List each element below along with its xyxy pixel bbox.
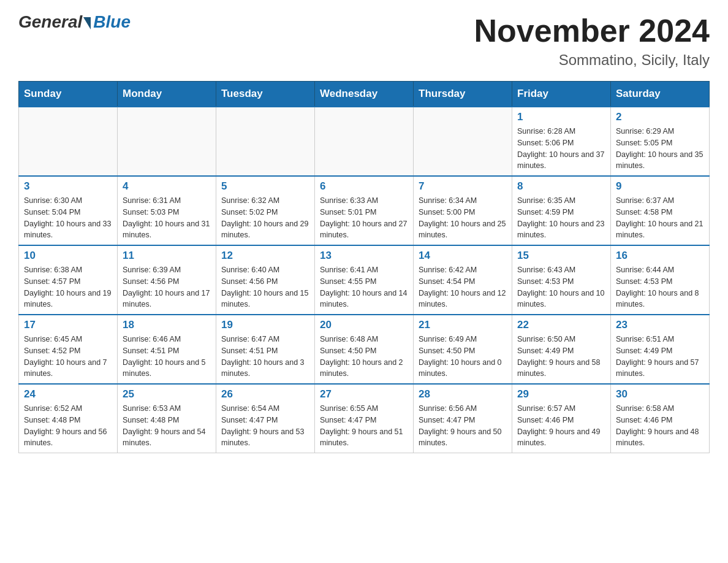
day-number: 29 (517, 388, 605, 400)
day-number: 15 (517, 250, 605, 262)
calendar-cell: 9Sunrise: 6:37 AMSunset: 4:58 PMDaylight… (611, 176, 710, 245)
day-number: 10 (24, 250, 112, 262)
calendar-cell: 1Sunrise: 6:28 AMSunset: 5:06 PMDaylight… (512, 107, 611, 176)
day-number: 3 (24, 180, 112, 193)
day-number: 5 (221, 180, 309, 193)
day-number: 1 (517, 111, 605, 123)
calendar-cell: 27Sunrise: 6:55 AMSunset: 4:47 PMDayligh… (315, 384, 414, 453)
calendar-cell: 14Sunrise: 6:42 AMSunset: 4:54 PMDayligh… (414, 245, 512, 315)
calendar-cell: 23Sunrise: 6:51 AMSunset: 4:49 PMDayligh… (611, 315, 710, 384)
day-info: Sunrise: 6:53 AMSunset: 4:48 PMDaylight:… (123, 403, 211, 449)
day-info: Sunrise: 6:51 AMSunset: 4:49 PMDaylight:… (616, 334, 704, 380)
calendar-cell: 22Sunrise: 6:50 AMSunset: 4:49 PMDayligh… (512, 315, 611, 384)
day-info: Sunrise: 6:45 AMSunset: 4:52 PMDaylight:… (24, 334, 112, 380)
calendar-cell: 30Sunrise: 6:58 AMSunset: 4:46 PMDayligh… (611, 384, 710, 453)
day-number: 27 (320, 388, 408, 400)
calendar-cell (216, 107, 315, 176)
day-number: 13 (320, 250, 408, 262)
day-number: 21 (419, 319, 507, 331)
logo-blue-text: Blue (93, 12, 131, 32)
day-number: 24 (24, 388, 112, 400)
day-number: 2 (616, 111, 704, 123)
day-info: Sunrise: 6:34 AMSunset: 5:00 PMDaylight:… (419, 195, 507, 241)
day-info: Sunrise: 6:50 AMSunset: 4:49 PMDaylight:… (517, 334, 605, 380)
calendar-cell: 19Sunrise: 6:47 AMSunset: 4:51 PMDayligh… (216, 315, 315, 384)
calendar-cell: 2Sunrise: 6:29 AMSunset: 5:05 PMDaylight… (611, 107, 710, 176)
day-number: 16 (616, 250, 704, 262)
calendar-cell: 8Sunrise: 6:35 AMSunset: 4:59 PMDaylight… (512, 176, 611, 245)
day-number: 23 (616, 319, 704, 331)
day-number: 30 (616, 388, 704, 400)
page-header: General Blue November 2024 Sommatino, Si… (18, 12, 710, 69)
calendar-cell: 11Sunrise: 6:39 AMSunset: 4:56 PMDayligh… (118, 245, 216, 315)
day-info: Sunrise: 6:29 AMSunset: 5:05 PMDaylight:… (616, 126, 704, 172)
col-header-monday: Monday (118, 82, 216, 107)
month-title: November 2024 (474, 12, 710, 49)
day-info: Sunrise: 6:43 AMSunset: 4:53 PMDaylight:… (517, 264, 605, 310)
day-info: Sunrise: 6:41 AMSunset: 4:55 PMDaylight:… (320, 264, 408, 310)
day-info: Sunrise: 6:55 AMSunset: 4:47 PMDaylight:… (320, 403, 408, 449)
day-number: 12 (221, 250, 309, 262)
logo-arrow-icon (83, 17, 91, 29)
day-info: Sunrise: 6:37 AMSunset: 4:58 PMDaylight:… (616, 195, 704, 241)
calendar-table: SundayMondayTuesdayWednesdayThursdayFrid… (18, 81, 710, 453)
day-info: Sunrise: 6:52 AMSunset: 4:48 PMDaylight:… (24, 403, 112, 449)
calendar-cell: 4Sunrise: 6:31 AMSunset: 5:03 PMDaylight… (118, 176, 216, 245)
calendar-cell: 13Sunrise: 6:41 AMSunset: 4:55 PMDayligh… (315, 245, 414, 315)
day-number: 7 (419, 180, 507, 193)
title-section: November 2024 Sommatino, Sicily, Italy (474, 12, 710, 69)
day-info: Sunrise: 6:58 AMSunset: 4:46 PMDaylight:… (616, 403, 704, 449)
calendar-cell: 16Sunrise: 6:44 AMSunset: 4:53 PMDayligh… (611, 245, 710, 315)
calendar-cell: 7Sunrise: 6:34 AMSunset: 5:00 PMDaylight… (414, 176, 512, 245)
calendar-cell: 21Sunrise: 6:49 AMSunset: 4:50 PMDayligh… (414, 315, 512, 384)
calendar-cell (315, 107, 414, 176)
day-info: Sunrise: 6:44 AMSunset: 4:53 PMDaylight:… (616, 264, 704, 310)
day-number: 22 (517, 319, 605, 331)
calendar-cell: 3Sunrise: 6:30 AMSunset: 5:04 PMDaylight… (19, 176, 118, 245)
calendar-cell (19, 107, 118, 176)
day-info: Sunrise: 6:32 AMSunset: 5:02 PMDaylight:… (221, 195, 309, 241)
day-info: Sunrise: 6:46 AMSunset: 4:51 PMDaylight:… (123, 334, 211, 380)
col-header-saturday: Saturday (611, 82, 710, 107)
day-info: Sunrise: 6:47 AMSunset: 4:51 PMDaylight:… (221, 334, 309, 380)
col-header-wednesday: Wednesday (315, 82, 414, 107)
day-info: Sunrise: 6:57 AMSunset: 4:46 PMDaylight:… (517, 403, 605, 449)
day-info: Sunrise: 6:49 AMSunset: 4:50 PMDaylight:… (419, 334, 507, 380)
logo: General Blue (18, 12, 131, 32)
day-info: Sunrise: 6:38 AMSunset: 4:57 PMDaylight:… (24, 264, 112, 310)
week-row-5: 24Sunrise: 6:52 AMSunset: 4:48 PMDayligh… (19, 384, 710, 453)
day-info: Sunrise: 6:31 AMSunset: 5:03 PMDaylight:… (123, 195, 211, 241)
calendar-cell: 25Sunrise: 6:53 AMSunset: 4:48 PMDayligh… (118, 384, 216, 453)
calendar-cell: 26Sunrise: 6:54 AMSunset: 4:47 PMDayligh… (216, 384, 315, 453)
day-number: 19 (221, 319, 309, 331)
calendar-cell: 15Sunrise: 6:43 AMSunset: 4:53 PMDayligh… (512, 245, 611, 315)
day-info: Sunrise: 6:42 AMSunset: 4:54 PMDaylight:… (419, 264, 507, 310)
col-header-friday: Friday (512, 82, 611, 107)
day-number: 25 (123, 388, 211, 400)
calendar-cell: 18Sunrise: 6:46 AMSunset: 4:51 PMDayligh… (118, 315, 216, 384)
col-header-tuesday: Tuesday (216, 82, 315, 107)
calendar-cell (414, 107, 512, 176)
day-info: Sunrise: 6:35 AMSunset: 4:59 PMDaylight:… (517, 195, 605, 241)
day-number: 20 (320, 319, 408, 331)
day-info: Sunrise: 6:39 AMSunset: 4:56 PMDaylight:… (123, 264, 211, 310)
day-info: Sunrise: 6:48 AMSunset: 4:50 PMDaylight:… (320, 334, 408, 380)
calendar-cell: 20Sunrise: 6:48 AMSunset: 4:50 PMDayligh… (315, 315, 414, 384)
day-info: Sunrise: 6:33 AMSunset: 5:01 PMDaylight:… (320, 195, 408, 241)
day-number: 28 (419, 388, 507, 400)
day-info: Sunrise: 6:54 AMSunset: 4:47 PMDaylight:… (221, 403, 309, 449)
week-row-2: 3Sunrise: 6:30 AMSunset: 5:04 PMDaylight… (19, 176, 710, 245)
week-row-3: 10Sunrise: 6:38 AMSunset: 4:57 PMDayligh… (19, 245, 710, 315)
day-info: Sunrise: 6:28 AMSunset: 5:06 PMDaylight:… (517, 126, 605, 172)
col-header-thursday: Thursday (414, 82, 512, 107)
day-number: 18 (123, 319, 211, 331)
calendar-cell: 17Sunrise: 6:45 AMSunset: 4:52 PMDayligh… (19, 315, 118, 384)
calendar-header-row: SundayMondayTuesdayWednesdayThursdayFrid… (19, 82, 710, 107)
day-info: Sunrise: 6:40 AMSunset: 4:56 PMDaylight:… (221, 264, 309, 310)
day-number: 14 (419, 250, 507, 262)
day-number: 6 (320, 180, 408, 193)
calendar-cell: 6Sunrise: 6:33 AMSunset: 5:01 PMDaylight… (315, 176, 414, 245)
calendar-cell: 10Sunrise: 6:38 AMSunset: 4:57 PMDayligh… (19, 245, 118, 315)
day-number: 4 (123, 180, 211, 193)
week-row-4: 17Sunrise: 6:45 AMSunset: 4:52 PMDayligh… (19, 315, 710, 384)
